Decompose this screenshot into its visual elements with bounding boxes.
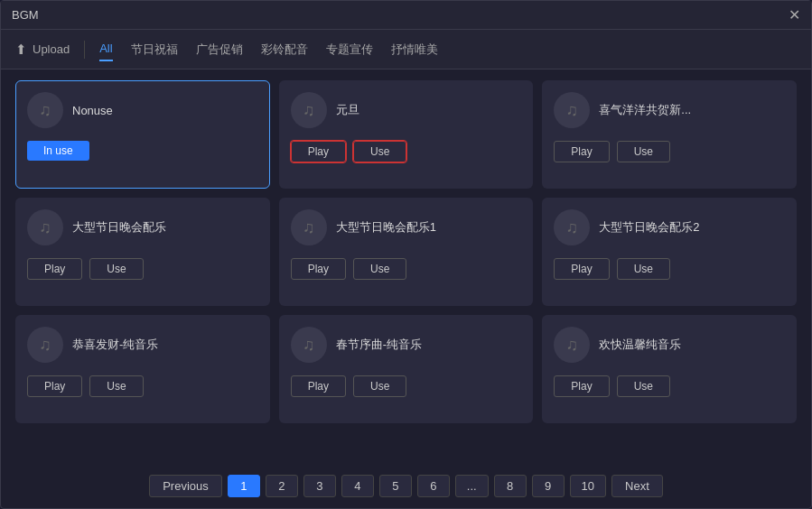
page-4-button[interactable]: 4 bbox=[341, 475, 374, 497]
card-buttons: Play Use bbox=[291, 137, 522, 162]
use-button[interactable]: Use bbox=[617, 375, 670, 397]
card-top: ♫ 大型节日晚会配乐 bbox=[27, 209, 258, 245]
nav-divider bbox=[84, 41, 85, 59]
card-title: 恭喜发财-纯音乐 bbox=[72, 337, 158, 353]
page-10-button[interactable]: 10 bbox=[570, 475, 606, 497]
play-button[interactable]: Play bbox=[291, 375, 346, 397]
use-button[interactable]: Use bbox=[353, 141, 406, 162]
card-buttons: Play Use bbox=[27, 255, 258, 280]
use-button[interactable]: Use bbox=[617, 258, 670, 280]
close-button[interactable]: ✕ bbox=[789, 8, 800, 23]
card-top: ♫ 大型节日晚会配乐2 bbox=[554, 209, 785, 245]
music-icon: ♫ bbox=[291, 327, 327, 363]
music-grid: ♫ Nonuse In use ♫ 元旦 Play Use bbox=[15, 80, 797, 423]
nav-tabs: All 节日祝福 广告促销 彩铃配音 专题宣传 抒情唯美 bbox=[99, 38, 437, 61]
card-title: 喜气洋洋共贺新... bbox=[599, 102, 691, 118]
card-title: 春节序曲-纯音乐 bbox=[336, 337, 422, 353]
page-9-button[interactable]: 9 bbox=[532, 475, 565, 497]
card-daxing3: ♫ 大型节日晚会配乐2 Play Use bbox=[542, 198, 797, 306]
card-daxing2: ♫ 大型节日晚会配乐1 Play Use bbox=[279, 198, 534, 306]
card-title: Nonuse bbox=[72, 104, 113, 117]
card-buttons: Play Use bbox=[554, 255, 785, 280]
card-nonuse: ♫ Nonuse In use bbox=[15, 80, 270, 189]
tab-zhuanti[interactable]: 专题宣传 bbox=[326, 38, 373, 61]
page-3-button[interactable]: 3 bbox=[303, 475, 336, 497]
previous-button[interactable]: Previous bbox=[149, 475, 222, 497]
use-button[interactable]: Use bbox=[89, 375, 143, 397]
card-xiqiyangyang: ♫ 喜气洋洋共贺新... Play Use bbox=[542, 80, 797, 189]
card-top: ♫ 欢快温馨纯音乐 bbox=[554, 327, 785, 363]
card-top: ♫ 恭喜发财-纯音乐 bbox=[27, 327, 258, 363]
pagination: Previous 1 2 3 4 5 6 ... 8 9 10 Next bbox=[1, 467, 811, 508]
play-button[interactable]: Play bbox=[554, 141, 609, 162]
card-buttons: Play Use bbox=[554, 137, 785, 162]
tab-guanggao[interactable]: 广告促销 bbox=[196, 38, 243, 61]
nav-bar: ⬆ Upload All 节日祝福 广告促销 彩铃配音 专题宣传 抒情唯美 bbox=[1, 30, 811, 69]
upload-label: Upload bbox=[33, 42, 70, 56]
title-bar: BGM ✕ bbox=[1, 1, 811, 30]
card-buttons: In use bbox=[27, 137, 258, 161]
use-button[interactable]: Use bbox=[89, 258, 143, 280]
card-buttons: Play Use bbox=[291, 255, 522, 280]
play-button[interactable]: Play bbox=[291, 258, 346, 280]
page-6-button[interactable]: 6 bbox=[417, 475, 450, 497]
use-button[interactable]: Use bbox=[353, 375, 406, 397]
music-icon: ♫ bbox=[291, 209, 327, 245]
page-ellipsis-button[interactable]: ... bbox=[455, 475, 489, 497]
music-icon: ♫ bbox=[554, 327, 590, 363]
use-button[interactable]: Use bbox=[353, 258, 406, 280]
card-title: 大型节日晚会配乐1 bbox=[336, 219, 436, 236]
card-huankuai: ♫ 欢快温馨纯音乐 Play Use bbox=[542, 315, 797, 423]
card-top: ♫ 喜气洋洋共贺新... bbox=[554, 92, 785, 128]
music-icon: ♫ bbox=[27, 209, 63, 245]
upload-button[interactable]: ⬆ Upload bbox=[15, 42, 70, 58]
card-chunjiexuqu: ♫ 春节序曲-纯音乐 Play Use bbox=[279, 315, 534, 423]
card-gongxi: ♫ 恭喜发财-纯音乐 Play Use bbox=[15, 315, 270, 423]
window-title: BGM bbox=[12, 8, 39, 22]
use-button[interactable]: Use bbox=[617, 141, 670, 162]
card-top: ♫ 大型节日晚会配乐1 bbox=[291, 209, 522, 245]
music-icon: ♫ bbox=[554, 92, 590, 128]
card-buttons: Play Use bbox=[291, 372, 522, 397]
tab-jieri[interactable]: 节日祝福 bbox=[131, 38, 178, 61]
next-button[interactable]: Next bbox=[611, 475, 663, 497]
card-buttons: Play Use bbox=[554, 372, 785, 397]
music-icon: ♫ bbox=[27, 92, 63, 128]
card-title: 元旦 bbox=[336, 102, 359, 118]
bgm-window: BGM ✕ ⬆ Upload All 节日祝福 广告促销 彩铃配音 专题宣传 抒… bbox=[0, 0, 812, 509]
inuse-button[interactable]: In use bbox=[27, 141, 89, 161]
card-title: 大型节日晚会配乐 bbox=[72, 219, 166, 236]
card-title: 大型节日晚会配乐2 bbox=[599, 219, 699, 236]
play-button[interactable]: Play bbox=[554, 375, 609, 397]
tab-all[interactable]: All bbox=[99, 38, 112, 61]
page-2-button[interactable]: 2 bbox=[266, 475, 298, 497]
card-daxing1: ♫ 大型节日晚会配乐 Play Use bbox=[15, 198, 270, 306]
card-buttons: Play Use bbox=[27, 372, 258, 397]
page-1-button[interactable]: 1 bbox=[228, 475, 260, 497]
card-yuandan: ♫ 元旦 Play Use bbox=[279, 80, 534, 189]
card-top: ♫ Nonuse bbox=[27, 92, 258, 128]
card-title: 欢快温馨纯音乐 bbox=[599, 337, 681, 353]
play-button[interactable]: Play bbox=[291, 141, 346, 162]
play-button[interactable]: Play bbox=[27, 258, 82, 280]
play-button[interactable]: Play bbox=[27, 375, 82, 397]
card-top: ♫ 元旦 bbox=[291, 92, 522, 128]
music-icon: ♫ bbox=[554, 209, 590, 245]
music-icon: ♫ bbox=[27, 327, 63, 363]
tab-cailling[interactable]: 彩铃配音 bbox=[261, 38, 308, 61]
play-button[interactable]: Play bbox=[554, 258, 609, 280]
page-8-button[interactable]: 8 bbox=[494, 475, 527, 497]
tab-shuqing[interactable]: 抒情唯美 bbox=[391, 38, 438, 61]
card-top: ♫ 春节序曲-纯音乐 bbox=[291, 327, 522, 363]
upload-icon: ⬆ bbox=[15, 42, 27, 58]
page-5-button[interactable]: 5 bbox=[379, 475, 412, 497]
content-area: ♫ Nonuse In use ♫ 元旦 Play Use bbox=[1, 69, 811, 467]
music-icon: ♫ bbox=[291, 92, 327, 128]
